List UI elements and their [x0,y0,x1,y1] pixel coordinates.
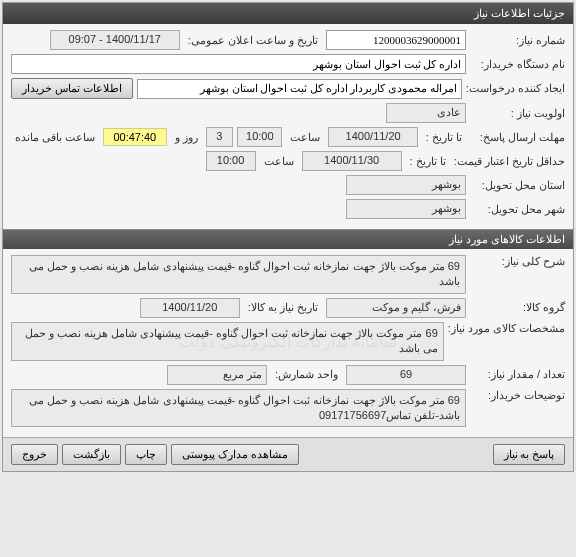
province-value: بوشهر [346,175,466,195]
need-date-label: تاریخ نیاز به کالا: [244,301,322,314]
validity-date: 1400/11/30 [302,151,402,171]
unit-value: متر مربع [167,365,267,385]
back-button[interactable]: بازگشت [62,444,121,465]
city-value: بوشهر [346,199,466,219]
buyer-note-value: 69 متر موکت بالاژ جهت نمازخانه ثبت احوال… [11,389,466,428]
desc-value: 69 متر موکت بالاژ جهت نمازخانه ثبت احوال… [11,255,466,294]
buyer-note-label: توضیحات خریدار: [470,389,565,402]
goods-section: شرح کلی نیاز: 69 متر موکت بالاژ جهت نماز… [3,249,573,437]
province-label: استان محل تحویل: [470,179,565,192]
qty-value: 69 [346,365,466,385]
buyer-input[interactable] [11,54,466,74]
print-button[interactable]: چاپ [125,444,167,465]
days-label: روز و [171,131,202,144]
goods-section-header: اطلاعات کالاهای مورد نیاز [3,229,573,249]
remain-label: ساعت باقی مانده [11,131,99,144]
window-title: جزئیات اطلاعات نیاز [3,3,573,24]
desc-label: شرح کلی نیاز: [470,255,565,268]
attachments-button[interactable]: مشاهده مدارک پیوستی [171,444,299,465]
footer-toolbar: پاسخ به نیاز مشاهده مدارک پیوستی چاپ باز… [3,437,573,471]
city-label: شهر محل تحویل: [470,203,565,216]
deadline-date: 1400/11/20 [328,127,417,147]
time-label-2: ساعت [260,155,298,168]
contact-buyer-button[interactable]: اطلاعات تماس خریدار [11,78,133,99]
need-no-label: شماره نیاز: [470,34,565,47]
qty-label: تعداد / مقدار نیاز: [470,368,565,381]
announce-label: تاریخ و ساعت اعلان عمومی: [184,34,322,47]
requester-label: ایجاد کننده درخواست: [466,82,565,95]
validity-label: حداقل تاریخ اعتبار قیمت: [454,155,565,168]
need-date-value: 1400/11/20 [140,298,240,318]
days-remaining: 3 [206,127,234,147]
to-date-label-2: تا تاریخ : [406,155,450,168]
respond-button[interactable]: پاسخ به نیاز [493,444,566,465]
time-label-1: ساعت [286,131,324,144]
countdown-timer: 00:47:40 [103,128,166,146]
priority-label: اولویت نیاز : [470,107,565,120]
need-no-input[interactable] [326,30,466,50]
unit-label: واحد شمارش: [271,368,342,381]
priority-value: عادی [386,103,466,123]
deadline-time: 10:00 [237,127,282,147]
spec-value: 69 متر موکت بالاژ جهت نمازخانه ثبت احوال… [11,322,444,361]
exit-button[interactable]: خروج [11,444,58,465]
need-info-section: شماره نیاز: تاریخ و ساعت اعلان عمومی: 14… [3,24,573,229]
group-label: گروه کالا: [470,301,565,314]
buyer-label: نام دستگاه خریدار: [470,58,565,71]
spec-label: مشخصات کالای مورد نیاز: [448,322,565,335]
group-value: فرش، گلیم و موکت [326,298,466,318]
validity-time: 10:00 [206,151,256,171]
to-date-label-1: تا تاریخ : [422,131,466,144]
requester-input[interactable] [137,79,462,99]
announce-value: 1400/11/17 - 09:07 [50,30,180,50]
deadline-label: مهلت ارسال پاسخ: [470,131,565,144]
